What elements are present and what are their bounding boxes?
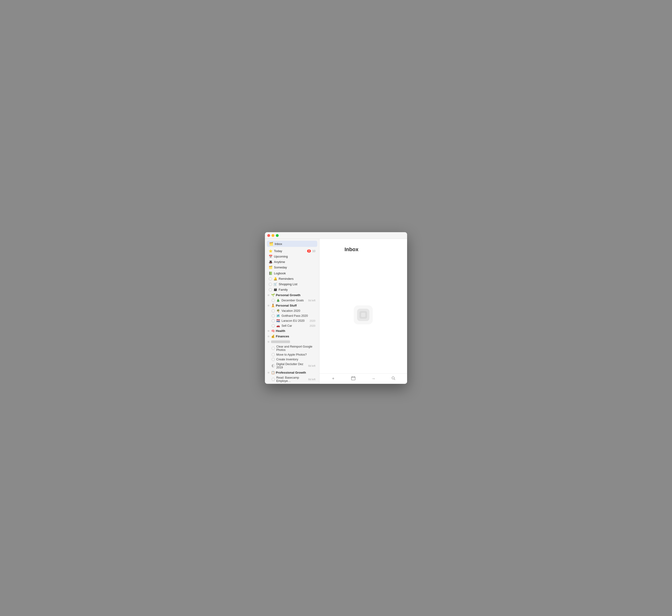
- laracon-label: Laracon EU 2020: [282, 319, 308, 322]
- sidebar-item-today[interactable]: ⭐ Today 3 10: [265, 248, 319, 254]
- search-icon: [391, 376, 395, 381]
- vacation-label: Vacation 2020: [282, 309, 315, 313]
- sidebar-item-laracon[interactable]: 🇳🇱 Laracon EU 2020 2020: [265, 318, 319, 323]
- professional-growth-emoji: 📋: [271, 371, 275, 374]
- sidebar-item-sell-car[interactable]: 🚗 Sell Car 2020: [265, 323, 319, 328]
- sidebar-item-reminders[interactable]: 🔔 Reminders: [265, 276, 319, 281]
- minimize-button[interactable]: [272, 234, 274, 237]
- upcoming-label: Upcoming: [274, 255, 315, 258]
- health-label: Health: [276, 329, 285, 333]
- app-window: 🗂️ Inbox ⭐ Today 3 10 📅 Upcoming 🎩 Anyti…: [265, 232, 407, 384]
- family-icon: 👨‍👩‍👧: [273, 288, 277, 291]
- add-button[interactable]: +: [329, 375, 337, 383]
- shopping-label: Shopping List: [279, 282, 315, 286]
- collapse-finances-icon: ⊖: [267, 335, 270, 338]
- sidebar-item-digital-declutter[interactable]: Digital Declutter Dez 2019 8d left: [265, 362, 319, 370]
- family-label: Family: [279, 288, 315, 291]
- sidebar-group-finances[interactable]: ⊖ 💰 Finances: [265, 334, 319, 339]
- create-inventory-circle: [272, 358, 275, 361]
- shopping-circle: [269, 283, 272, 286]
- main-header: Inbox: [319, 239, 407, 256]
- inbox-icon: 🗂️: [269, 242, 273, 246]
- collapse-health-icon: ⊖: [267, 329, 270, 333]
- december-goals-label: December Goals: [282, 299, 307, 302]
- clear-google-label: Clear and Reimport Google Photos: [276, 345, 315, 352]
- close-button[interactable]: [267, 234, 270, 237]
- sidebar-item-shopping[interactable]: 🛒 Shopping List: [265, 281, 319, 287]
- personal-growth-label: Personal Growth: [276, 293, 300, 297]
- sidebar-item-move-apple[interactable]: Move to Apple Photos?: [265, 352, 319, 357]
- reminders-icon: 🔔: [273, 277, 277, 281]
- sidebar-item-logbook[interactable]: 📗 Logbook: [265, 271, 319, 276]
- sidebar-item-create-inventory[interactable]: Create Inventory: [265, 357, 319, 362]
- sidebar-group-personal-stuff[interactable]: ⊖ 🧘 Personal Stuff: [265, 303, 319, 308]
- sidebar: 🗂️ Inbox ⭐ Today 3 10 📅 Upcoming 🎩 Anyti…: [265, 239, 319, 384]
- logbook-icon: 📗: [269, 272, 272, 275]
- svg-rect-0: [331, 249, 336, 252]
- read-basecamp-due: 8d left: [308, 378, 315, 381]
- personal-stuff-label: Personal Stuff: [276, 304, 297, 307]
- december-goals-emoji: 🎄: [276, 299, 280, 302]
- sidebar-item-clear-google[interactable]: Clear and Reimport Google Photos: [265, 344, 319, 352]
- vacation-emoji: 🌴: [276, 309, 280, 313]
- sidebar-item-someday[interactable]: 🗂️ Someday: [265, 265, 319, 270]
- digital-declutter-circle: [272, 364, 275, 367]
- svg-rect-5: [361, 313, 365, 317]
- collapse-blurred-icon: ⊖: [267, 340, 270, 343]
- svg-rect-6: [351, 377, 355, 380]
- today-badge: 3: [307, 249, 311, 253]
- main-title: Inbox: [339, 243, 364, 254]
- read-basecamp-label: Read: Basecamp Employe…: [276, 376, 307, 383]
- search-button[interactable]: [389, 375, 398, 383]
- someday-label: Someday: [274, 266, 315, 269]
- laracon-due: 2020: [310, 319, 315, 322]
- personal-growth-emoji: 🌱: [271, 293, 275, 297]
- sidebar-item-gotthard[interactable]: 🗺️ Gotthard Pass 2020: [265, 313, 319, 318]
- sidebar-item-family[interactable]: 👨‍👩‍👧 Family: [265, 287, 319, 292]
- svg-line-11: [394, 379, 395, 380]
- main-panel: Inbox +: [319, 239, 407, 384]
- gotthard-emoji: 🗺️: [276, 314, 280, 317]
- sell-car-emoji: 🚗: [276, 324, 280, 327]
- sidebar-item-read-basecamp[interactable]: Read: Basecamp Employe… 8d left: [265, 375, 319, 383]
- clear-google-circle: [272, 347, 275, 350]
- svg-rect-2: [333, 251, 335, 252]
- main-footer-toolbar: + →: [319, 373, 407, 384]
- move-apple-circle: [272, 353, 275, 356]
- laracon-emoji: 🇳🇱: [276, 319, 280, 322]
- sidebar-group-blurred[interactable]: ⊖: [265, 339, 319, 344]
- collapse-professional-growth-icon: ⊖: [267, 371, 270, 374]
- personal-stuff-emoji: 🧘: [271, 304, 275, 307]
- svg-rect-1: [332, 250, 336, 252]
- today-label: Today: [274, 249, 306, 253]
- sidebar-item-upcoming[interactable]: 📅 Upcoming: [265, 254, 319, 259]
- today-count: 10: [312, 249, 315, 253]
- finances-label: Finances: [276, 335, 289, 338]
- sidebar-item-read-shape[interactable]: Read: Shape Up 8d left: [265, 383, 319, 384]
- sidebar-group-professional-growth[interactable]: ⊖ 📋 Professional Growth: [265, 370, 319, 375]
- finances-emoji: 💰: [271, 335, 275, 338]
- vacation-circle: [272, 309, 275, 313]
- december-goals-circle: [272, 299, 275, 302]
- sidebar-group-health[interactable]: ⊖ 🧠 Health: [265, 328, 319, 334]
- reminders-label: Reminders: [279, 277, 315, 281]
- maximize-button[interactable]: [276, 234, 279, 237]
- navigate-button[interactable]: →: [369, 375, 377, 383]
- reminders-circle: [269, 277, 272, 281]
- today-icon: ⭐: [269, 249, 272, 253]
- things-logo-large: [357, 309, 369, 321]
- logbook-label: Logbook: [274, 272, 315, 275]
- sidebar-group-personal-growth[interactable]: ⊖ 🌱 Personal Growth: [265, 292, 319, 298]
- blurred-group-label: [271, 340, 290, 343]
- calendar-button[interactable]: [349, 375, 358, 383]
- sidebar-item-inbox[interactable]: 🗂️ Inbox: [267, 241, 317, 247]
- main-body: [319, 256, 407, 373]
- sell-car-due: 2020: [310, 324, 315, 327]
- sidebar-item-vacation[interactable]: 🌴 Vacation 2020: [265, 308, 319, 313]
- upcoming-icon: 📅: [269, 255, 272, 258]
- sidebar-item-december-goals[interactable]: 🎄 December Goals 8d left: [265, 298, 319, 303]
- anytime-label: Anytime: [274, 260, 315, 264]
- sidebar-item-anytime[interactable]: 🎩 Anytime: [265, 259, 319, 265]
- anytime-icon: 🎩: [269, 260, 272, 264]
- things-logo-header: [325, 245, 336, 252]
